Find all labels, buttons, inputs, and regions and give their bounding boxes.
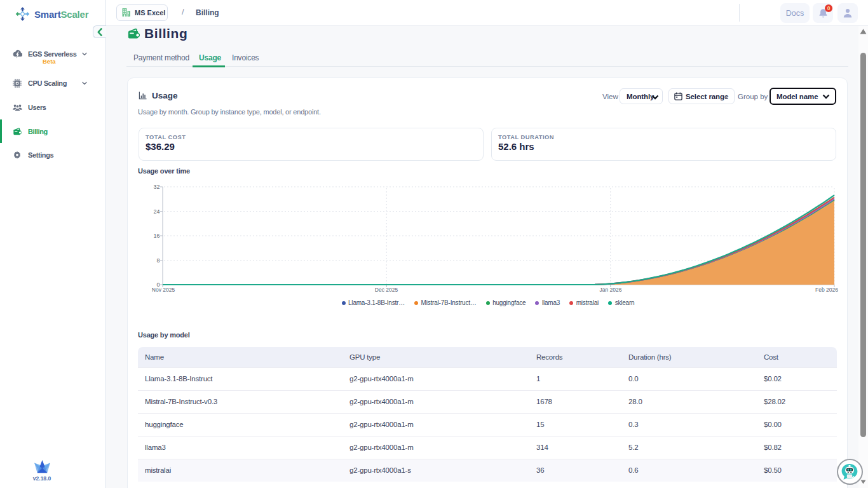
svg-text:8: 8 — [156, 257, 159, 264]
svg-text:Dec 2025: Dec 2025 — [375, 287, 398, 293]
svg-text:Nov 2025: Nov 2025 — [152, 287, 175, 293]
svg-text:32: 32 — [153, 184, 159, 190]
svg-text:24: 24 — [153, 208, 159, 215]
svg-text:Feb 2026: Feb 2026 — [815, 287, 838, 293]
svg-text:Jan 2026: Jan 2026 — [600, 287, 622, 293]
svg-text:16: 16 — [153, 233, 159, 239]
